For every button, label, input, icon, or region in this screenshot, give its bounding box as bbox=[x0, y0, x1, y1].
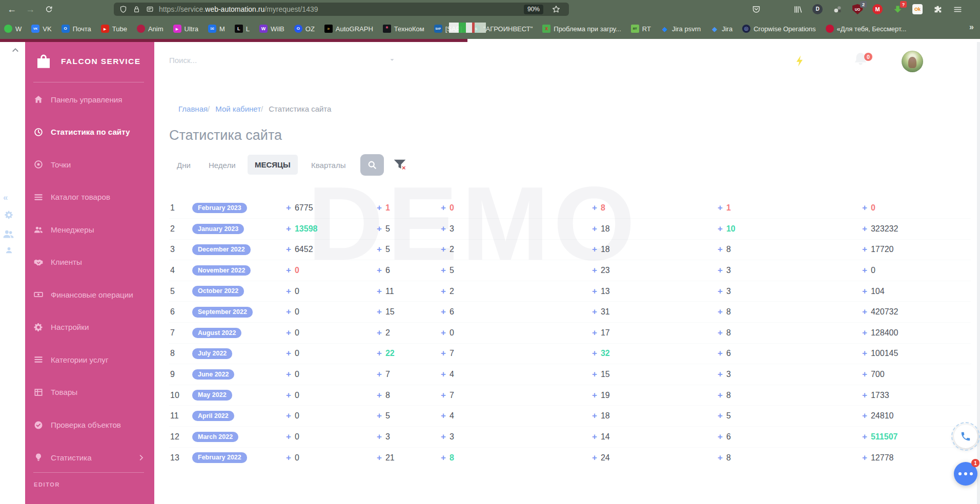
back-button[interactable]: ← bbox=[4, 2, 19, 16]
period-badge[interactable]: November 2022 bbox=[192, 265, 251, 276]
ublock-origin-icon[interactable]: UO2 bbox=[851, 3, 864, 16]
extensions-puzzle-icon[interactable] bbox=[931, 3, 944, 16]
sidebar-item-points[interactable]: Точки bbox=[33, 158, 150, 171]
period-badge[interactable]: August 2022 bbox=[192, 328, 241, 339]
sidebar-item-dashboard[interactable]: Панель управления bbox=[33, 93, 150, 106]
person-icon[interactable] bbox=[5, 246, 13, 255]
app-menu-icon[interactable] bbox=[951, 3, 964, 16]
table-row: 4 November 2022 +0 +6 +5 +23 +3 +0 bbox=[169, 260, 971, 281]
sidebar-item-managers[interactable]: Менеджеры bbox=[33, 223, 150, 236]
period-badge[interactable]: July 2022 bbox=[192, 348, 232, 359]
sidebar-item-product-catalog[interactable]: Каталог товаров bbox=[33, 191, 150, 204]
period-badge[interactable]: February 2022 bbox=[192, 452, 247, 463]
odnoklassniki-icon[interactable]: Ok bbox=[911, 3, 924, 16]
search-icon bbox=[367, 160, 377, 170]
search-input[interactable]: Поиск... bbox=[169, 56, 323, 65]
bookmark-mail-m[interactable]: ✉M bbox=[208, 25, 225, 33]
reload-button[interactable] bbox=[41, 2, 56, 16]
zoom-level-badge[interactable]: 90% bbox=[524, 5, 543, 14]
bookmark-cropwise[interactable]: ◎Cropwise Operations bbox=[742, 25, 815, 33]
mega-icon[interactable]: M bbox=[871, 3, 884, 16]
permissions-icon[interactable] bbox=[146, 5, 154, 14]
cell-value: 4 bbox=[450, 411, 454, 420]
cell-value: 8 bbox=[385, 391, 390, 400]
cell-value: 10 bbox=[726, 224, 736, 233]
bookmark-technokom[interactable]: *ТехноКом bbox=[383, 25, 424, 33]
plus-icon: + bbox=[862, 203, 867, 213]
url-bar[interactable]: https://service.web-automation.ru/myrequ… bbox=[114, 3, 569, 16]
bookmark-l-site[interactable]: LL bbox=[235, 25, 250, 33]
sidebar-item-products[interactable]: Товары bbox=[33, 386, 150, 399]
video-downloader-icon[interactable]: ? bbox=[891, 3, 904, 16]
cell-service-requests: +7 bbox=[441, 343, 592, 364]
tab-МЕСЯЦЫ[interactable]: МЕСЯЦЫ bbox=[248, 155, 298, 175]
bookmark-problem-page[interactable]: xПроблема при загру... bbox=[542, 25, 621, 33]
period-badge[interactable]: December 2022 bbox=[192, 244, 251, 255]
avatar[interactable] bbox=[902, 51, 923, 72]
library-icon[interactable] bbox=[791, 3, 804, 16]
chevron-down-icon[interactable] bbox=[389, 56, 396, 64]
brand[interactable]: FALCON SERVICE bbox=[34, 51, 140, 72]
bookmark-star-icon[interactable] bbox=[552, 5, 561, 14]
tab-Дни[interactable]: Дни bbox=[177, 161, 191, 170]
gear-icon[interactable] bbox=[4, 210, 14, 220]
plus-icon: + bbox=[441, 390, 446, 400]
cell-new-clients: +8 bbox=[592, 198, 718, 219]
sidebar-item-financial-operations[interactable]: Финансовые операции bbox=[33, 288, 150, 301]
bookmark-dlya-tebya[interactable]: «Для тебя, Бессмерт... bbox=[826, 25, 907, 33]
shield-icon[interactable] bbox=[119, 5, 128, 14]
sidebar-item-statistics[interactable]: Статистика bbox=[33, 451, 150, 464]
period-badge[interactable]: February 2023 bbox=[192, 203, 247, 214]
sidebar-item-site-statistics[interactable]: Статистика по сайту bbox=[33, 125, 150, 139]
lightning-icon[interactable] bbox=[793, 52, 807, 70]
table-row: 5 October 2022 +0 +11 +2 +13 +3 +104 bbox=[169, 281, 971, 302]
pocket-icon[interactable] bbox=[749, 3, 763, 16]
bookmarks-overflow-chevron[interactable]: » bbox=[969, 23, 974, 32]
cell-new-managers: +8 bbox=[718, 385, 862, 406]
tab-Недели[interactable]: Недели bbox=[209, 161, 236, 170]
bookmark-jira[interactable]: ◆Jira bbox=[710, 25, 732, 33]
bookmark-wilb[interactable]: WWilB bbox=[259, 25, 284, 33]
bookmark-ultra[interactable]: ▶Ultra bbox=[173, 25, 198, 33]
bookmark-youtube[interactable]: ▶Tube bbox=[101, 25, 127, 33]
sidebar-item-object-check[interactable]: Проверка объектов bbox=[33, 418, 150, 432]
bookmark-anim[interactable]: Anim bbox=[137, 25, 164, 33]
people-icon[interactable] bbox=[2, 227, 15, 240]
bookmark-rt[interactable]: RTRT bbox=[631, 25, 651, 33]
lock-icon[interactable] bbox=[132, 5, 141, 14]
period-badge[interactable]: April 2022 bbox=[192, 411, 234, 422]
period-badge[interactable]: May 2022 bbox=[192, 390, 232, 401]
bookmark-jira-psvrn[interactable]: ◆Jira psvrn bbox=[661, 25, 701, 33]
forward-button[interactable]: → bbox=[23, 2, 38, 16]
bookmark-whatsapp[interactable]: W bbox=[4, 25, 22, 33]
cell-new-managers: +6 bbox=[718, 343, 862, 364]
cell-new-managers: +3 bbox=[718, 260, 862, 281]
callback-phone-button[interactable] bbox=[954, 425, 977, 448]
tab-Кварталы[interactable]: Кварталы bbox=[311, 161, 345, 170]
sidebar-item-service-categories[interactable]: Категории услуг bbox=[33, 353, 150, 366]
sidebar-item-settings[interactable]: Настройки bbox=[33, 321, 150, 334]
cell-fin-transactions: +700 bbox=[862, 364, 971, 385]
period-badge[interactable]: January 2023 bbox=[192, 224, 244, 235]
period-badge[interactable]: March 2022 bbox=[192, 432, 238, 443]
period-badge[interactable]: September 2022 bbox=[192, 307, 253, 318]
cell-value: 18 bbox=[601, 224, 610, 233]
bookmark-autograph[interactable]: »AutoGRAPH bbox=[324, 25, 373, 33]
bookmark-vk[interactable]: VKVK bbox=[31, 25, 51, 33]
period-badge[interactable]: October 2022 bbox=[192, 286, 244, 297]
chevron-up-icon[interactable] bbox=[11, 46, 19, 54]
table-search-button[interactable] bbox=[360, 154, 384, 176]
notification-badge[interactable]: 0 bbox=[864, 53, 872, 61]
row-index: 9 bbox=[169, 364, 192, 385]
molecule-icon[interactable] bbox=[831, 3, 844, 16]
plus-icon: + bbox=[718, 244, 723, 254]
sidebar-item-clients[interactable]: Клиенты bbox=[33, 256, 150, 269]
extension-d-icon[interactable]: D bbox=[811, 3, 824, 16]
grid-icon bbox=[33, 387, 44, 397]
period-badge[interactable]: June 2022 bbox=[192, 369, 234, 380]
collapse-double-chevron-icon[interactable]: « bbox=[3, 193, 8, 203]
bookmark-outlook-mail[interactable]: OПочта bbox=[62, 25, 91, 33]
cell-value: 7 bbox=[385, 370, 390, 379]
plus-icon: + bbox=[862, 244, 867, 254]
bookmark-ozon[interactable]: OOZ bbox=[294, 25, 315, 33]
